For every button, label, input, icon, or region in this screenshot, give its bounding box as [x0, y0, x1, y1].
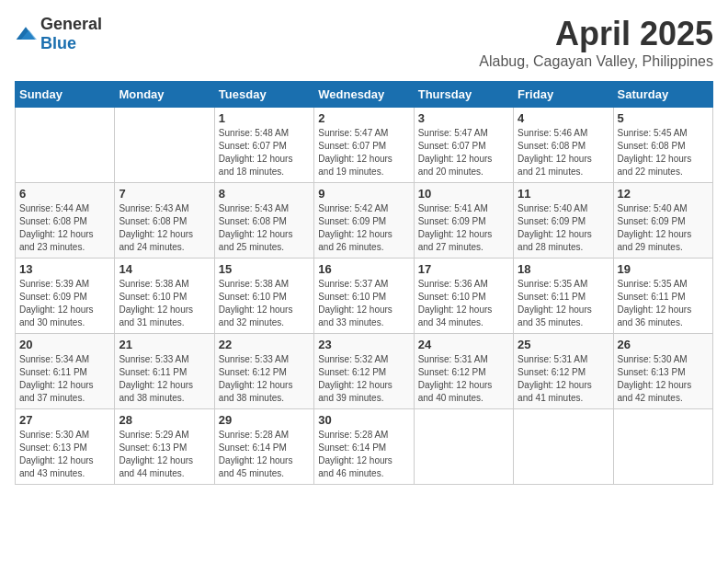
day-number: 12: [618, 187, 709, 201]
logo: General Blue: [15, 15, 102, 53]
cell-detail: Sunrise: 5:44 AMSunset: 6:08 PMDaylight:…: [19, 202, 110, 254]
day-number: 23: [318, 338, 409, 351]
calendar-cell: 15Sunrise: 5:38 AMSunset: 6:10 PMDayligh…: [214, 259, 313, 334]
cell-detail: Sunrise: 5:43 AMSunset: 6:08 PMDaylight:…: [219, 202, 310, 254]
calendar-cell: 2Sunrise: 5:47 AMSunset: 6:07 PMDaylight…: [314, 108, 414, 183]
day-number: 14: [119, 262, 210, 276]
day-number: 25: [518, 338, 609, 351]
calendar-cell: 1Sunrise: 5:48 AMSunset: 6:07 PMDaylight…: [214, 108, 313, 183]
cell-detail: Sunrise: 5:48 AMSunset: 6:07 PMDaylight:…: [219, 127, 310, 178]
calendar-cell: 11Sunrise: 5:40 AMSunset: 6:09 PMDayligh…: [514, 183, 613, 259]
day-header-sunday: Sunday: [16, 82, 115, 108]
calendar-cell: 25Sunrise: 5:31 AMSunset: 6:12 PMDayligh…: [514, 334, 613, 409]
cell-detail: Sunrise: 5:28 AMSunset: 6:14 PMDaylight:…: [318, 429, 409, 480]
calendar-cell: 12Sunrise: 5:40 AMSunset: 6:09 PMDayligh…: [613, 183, 712, 259]
cell-detail: Sunrise: 5:30 AMSunset: 6:13 PMDaylight:…: [618, 353, 709, 405]
cell-detail: Sunrise: 5:35 AMSunset: 6:11 PMDaylight:…: [618, 278, 709, 329]
day-number: 8: [219, 187, 310, 201]
cell-detail: Sunrise: 5:31 AMSunset: 6:12 PMDaylight:…: [418, 353, 509, 405]
day-number: 13: [19, 262, 110, 276]
calendar-cell: [414, 409, 513, 485]
calendar-cell: [16, 108, 115, 183]
day-number: 5: [618, 111, 709, 125]
calendar-cell: 21Sunrise: 5:33 AMSunset: 6:11 PMDayligh…: [115, 334, 214, 409]
day-number: 9: [318, 187, 409, 201]
day-number: 17: [418, 262, 509, 276]
calendar-cell: 19Sunrise: 5:35 AMSunset: 6:11 PMDayligh…: [613, 259, 712, 334]
logo-text: General Blue: [40, 15, 102, 53]
calendar-cell: 8Sunrise: 5:43 AMSunset: 6:08 PMDaylight…: [214, 183, 313, 259]
cell-detail: Sunrise: 5:31 AMSunset: 6:12 PMDaylight:…: [518, 353, 609, 405]
cell-detail: Sunrise: 5:47 AMSunset: 6:07 PMDaylight:…: [418, 127, 509, 178]
cell-detail: Sunrise: 5:29 AMSunset: 6:13 PMDaylight:…: [119, 429, 210, 480]
calendar-cell: 16Sunrise: 5:37 AMSunset: 6:10 PMDayligh…: [314, 259, 414, 334]
cell-detail: Sunrise: 5:30 AMSunset: 6:13 PMDaylight:…: [19, 429, 110, 480]
week-row-1: 1Sunrise: 5:48 AMSunset: 6:07 PMDaylight…: [16, 108, 713, 183]
calendar-cell: 9Sunrise: 5:42 AMSunset: 6:09 PMDaylight…: [314, 183, 414, 259]
calendar-table: SundayMondayTuesdayWednesdayThursdayFrid…: [15, 81, 713, 485]
day-number: 16: [318, 262, 409, 276]
page-subtitle: Alabug, Cagayan Valley, Philippines: [479, 53, 713, 70]
cell-detail: Sunrise: 5:45 AMSunset: 6:08 PMDaylight:…: [618, 127, 709, 178]
day-number: 27: [19, 413, 110, 427]
calendar-cell: 5Sunrise: 5:45 AMSunset: 6:08 PMDaylight…: [613, 108, 712, 183]
day-number: 11: [518, 187, 609, 201]
day-number: 30: [318, 413, 409, 427]
days-header-row: SundayMondayTuesdayWednesdayThursdayFrid…: [16, 82, 713, 108]
day-number: 28: [119, 413, 210, 427]
week-row-5: 27Sunrise: 5:30 AMSunset: 6:13 PMDayligh…: [16, 409, 713, 485]
day-number: 7: [119, 187, 210, 201]
cell-detail: Sunrise: 5:40 AMSunset: 6:09 PMDaylight:…: [518, 202, 609, 254]
day-number: 29: [219, 413, 310, 427]
calendar-cell: 28Sunrise: 5:29 AMSunset: 6:13 PMDayligh…: [115, 409, 214, 485]
cell-detail: Sunrise: 5:42 AMSunset: 6:09 PMDaylight:…: [318, 202, 409, 254]
day-number: 26: [618, 338, 709, 351]
calendar-cell: 22Sunrise: 5:33 AMSunset: 6:12 PMDayligh…: [214, 334, 313, 409]
day-number: 4: [518, 111, 609, 125]
week-row-4: 20Sunrise: 5:34 AMSunset: 6:11 PMDayligh…: [16, 334, 713, 409]
calendar-cell: 27Sunrise: 5:30 AMSunset: 6:13 PMDayligh…: [16, 409, 115, 485]
calendar-cell: 13Sunrise: 5:39 AMSunset: 6:09 PMDayligh…: [16, 259, 115, 334]
page-header: General Blue April 2025 Alabug, Cagayan …: [15, 15, 713, 70]
week-row-2: 6Sunrise: 5:44 AMSunset: 6:08 PMDaylight…: [16, 183, 713, 259]
day-number: 20: [19, 338, 110, 351]
day-number: 22: [219, 338, 310, 351]
calendar-cell: 20Sunrise: 5:34 AMSunset: 6:11 PMDayligh…: [16, 334, 115, 409]
calendar-cell: 4Sunrise: 5:46 AMSunset: 6:08 PMDaylight…: [514, 108, 613, 183]
calendar-cell: 10Sunrise: 5:41 AMSunset: 6:09 PMDayligh…: [414, 183, 513, 259]
calendar-cell: 29Sunrise: 5:28 AMSunset: 6:14 PMDayligh…: [214, 409, 313, 485]
cell-detail: Sunrise: 5:43 AMSunset: 6:08 PMDaylight:…: [119, 202, 210, 254]
day-header-monday: Monday: [115, 82, 214, 108]
calendar-cell: [613, 409, 712, 485]
title-area: April 2025 Alabug, Cagayan Valley, Phili…: [479, 15, 713, 70]
day-header-wednesday: Wednesday: [314, 82, 414, 108]
calendar-cell: 6Sunrise: 5:44 AMSunset: 6:08 PMDaylight…: [16, 183, 115, 259]
day-number: 19: [618, 262, 709, 276]
calendar-cell: [115, 108, 214, 183]
cell-detail: Sunrise: 5:33 AMSunset: 6:12 PMDaylight:…: [219, 353, 310, 405]
cell-detail: Sunrise: 5:32 AMSunset: 6:12 PMDaylight:…: [318, 353, 409, 405]
day-header-saturday: Saturday: [613, 82, 712, 108]
cell-detail: Sunrise: 5:37 AMSunset: 6:10 PMDaylight:…: [318, 278, 409, 329]
cell-detail: Sunrise: 5:38 AMSunset: 6:10 PMDaylight:…: [119, 278, 210, 329]
calendar-cell: 24Sunrise: 5:31 AMSunset: 6:12 PMDayligh…: [414, 334, 513, 409]
calendar-body: 1Sunrise: 5:48 AMSunset: 6:07 PMDaylight…: [16, 108, 713, 485]
day-number: 2: [318, 111, 409, 125]
cell-detail: Sunrise: 5:41 AMSunset: 6:09 PMDaylight:…: [418, 202, 509, 254]
calendar-cell: 23Sunrise: 5:32 AMSunset: 6:12 PMDayligh…: [314, 334, 414, 409]
calendar-cell: 17Sunrise: 5:36 AMSunset: 6:10 PMDayligh…: [414, 259, 513, 334]
page-title: April 2025: [479, 15, 713, 53]
day-number: 18: [518, 262, 609, 276]
day-number: 21: [119, 338, 210, 351]
calendar-cell: [514, 409, 613, 485]
cell-detail: Sunrise: 5:39 AMSunset: 6:09 PMDaylight:…: [19, 278, 110, 329]
day-number: 15: [219, 262, 310, 276]
calendar-cell: 14Sunrise: 5:38 AMSunset: 6:10 PMDayligh…: [115, 259, 214, 334]
cell-detail: Sunrise: 5:28 AMSunset: 6:14 PMDaylight:…: [219, 429, 310, 480]
day-header-friday: Friday: [514, 82, 613, 108]
calendar-cell: 26Sunrise: 5:30 AMSunset: 6:13 PMDayligh…: [613, 334, 712, 409]
day-number: 3: [418, 111, 509, 125]
calendar-cell: 7Sunrise: 5:43 AMSunset: 6:08 PMDaylight…: [115, 183, 214, 259]
day-number: 10: [418, 187, 509, 201]
calendar-cell: 3Sunrise: 5:47 AMSunset: 6:07 PMDaylight…: [414, 108, 513, 183]
